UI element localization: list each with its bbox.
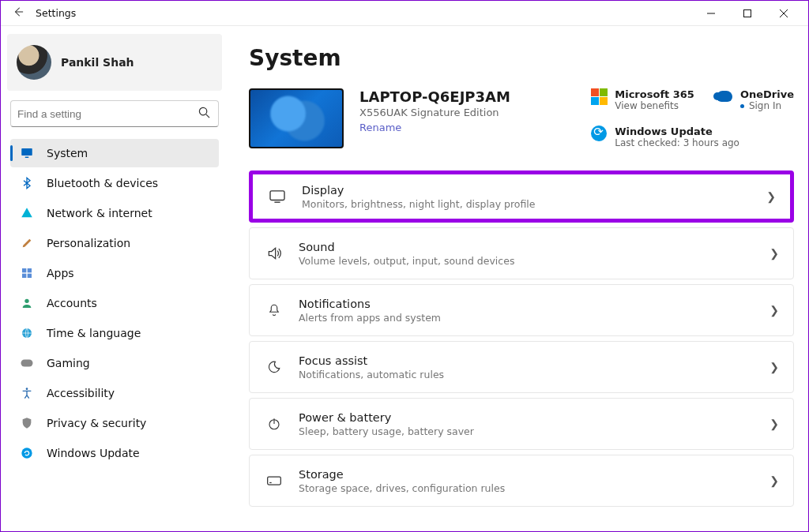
sidebar-item-system[interactable]: System	[10, 139, 219, 167]
main-content: System LAPTOP-Q6EJP3AM X556UAK Signature…	[228, 26, 808, 531]
chevron-right-icon: ❯	[769, 361, 779, 373]
storage-icon	[264, 470, 284, 491]
apps-icon	[18, 264, 36, 282]
svg-rect-10	[22, 274, 26, 278]
profile-name: Pankil Shah	[61, 56, 134, 69]
winupdate-sub: Last checked: 3 hours ago	[615, 137, 739, 148]
svg-rect-11	[28, 274, 32, 278]
sidebar: Pankil Shah SystemBluetooth & devicesNet…	[1, 26, 228, 531]
onedrive-sub[interactable]: Sign In	[740, 100, 794, 111]
setting-focus-assist[interactable]: Focus assistNotifications, automatic rul…	[249, 341, 794, 393]
svg-rect-7	[25, 157, 29, 159]
svg-line-5	[205, 114, 209, 117]
sidebar-item-label: Bluetooth & devices	[47, 177, 158, 189]
svg-rect-14	[21, 360, 33, 367]
sidebar-item-gaming[interactable]: Gaming	[10, 349, 219, 377]
rename-link[interactable]: Rename	[359, 122, 510, 133]
svg-point-15	[26, 388, 28, 390]
setting-subtitle: Storage space, drives, configuration rul…	[299, 482, 505, 494]
close-button[interactable]	[766, 1, 802, 26]
setting-title: Power & battery	[299, 411, 474, 424]
sidebar-item-apps[interactable]: Apps	[10, 259, 219, 287]
svg-point-12	[24, 299, 28, 303]
svg-rect-21	[268, 477, 281, 485]
titlebar: Settings	[1, 1, 808, 26]
setting-sound[interactable]: SoundVolume levels, output, input, sound…	[249, 227, 794, 279]
search-input[interactable]	[17, 108, 196, 120]
sidebar-item-label: Time & language	[47, 327, 141, 339]
setting-power-battery[interactable]: Power & batterySleep, battery usage, bat…	[249, 398, 794, 450]
window-title: Settings	[36, 7, 76, 19]
setting-title: Notifications	[299, 298, 441, 310]
chevron-right-icon: ❯	[769, 247, 779, 260]
sound-icon	[264, 243, 284, 264]
sidebar-item-windows-update[interactable]: Windows Update	[10, 439, 219, 467]
search-icon	[196, 107, 212, 122]
setting-subtitle: Notifications, automatic rules	[299, 369, 444, 380]
chevron-right-icon: ❯	[769, 418, 779, 430]
sidebar-item-label: Accessibility	[47, 387, 115, 399]
setting-subtitle: Monitors, brightness, night light, displ…	[302, 198, 535, 210]
setting-title: Storage	[299, 468, 505, 481]
onedrive-card[interactable]: OneDrive Sign In	[717, 88, 794, 111]
accessibility-icon	[18, 384, 36, 402]
page-title: System	[249, 45, 794, 71]
microsoft-logo-icon	[591, 88, 607, 104]
globe-icon	[18, 324, 36, 342]
monitor-icon	[18, 144, 36, 162]
search-box[interactable]	[10, 100, 219, 127]
setting-title: Focus assist	[299, 354, 444, 367]
device-image	[249, 88, 344, 148]
gamepad-icon	[18, 354, 36, 372]
chevron-right-icon: ❯	[769, 474, 779, 487]
avatar	[17, 45, 51, 80]
device-model: X556UAK Signature Edition	[359, 107, 510, 118]
setting-title: Display	[302, 184, 535, 197]
cloud-icon	[717, 88, 732, 104]
sidebar-item-label: Gaming	[47, 357, 90, 369]
maximize-button[interactable]	[729, 1, 766, 26]
svg-rect-6	[21, 148, 32, 155]
ms365-card[interactable]: Microsoft 365 View benefits	[591, 88, 694, 111]
device-name: LAPTOP-Q6EJP3AM	[359, 88, 510, 105]
power-icon	[264, 414, 284, 434]
sidebar-item-personalization[interactable]: Personalization	[10, 229, 219, 257]
sidebar-item-label: Privacy & security	[47, 417, 146, 429]
sidebar-item-accessibility[interactable]: Accessibility	[10, 379, 219, 407]
sidebar-item-label: Windows Update	[47, 447, 140, 459]
update-icon	[18, 444, 36, 462]
svg-point-16	[21, 448, 32, 458]
sidebar-item-accounts[interactable]: Accounts	[10, 289, 219, 317]
setting-notifications[interactable]: NotificationsAlerts from apps and system…	[249, 284, 794, 336]
ms365-title: Microsoft 365	[615, 88, 694, 100]
svg-rect-1	[744, 9, 751, 17]
person-icon	[18, 294, 36, 312]
sidebar-item-bluetooth-devices[interactable]: Bluetooth & devices	[10, 169, 219, 197]
ms365-sub: View benefits	[615, 100, 694, 111]
wifi-icon	[18, 204, 36, 222]
profile-card[interactable]: Pankil Shah	[7, 34, 222, 91]
bell-icon	[264, 300, 284, 320]
sidebar-item-time-language[interactable]: Time & language	[10, 319, 219, 347]
setting-subtitle: Sleep, battery usage, battery saver	[299, 425, 474, 437]
windows-update-card[interactable]: Windows Update Last checked: 3 hours ago	[591, 126, 739, 148]
sidebar-item-label: Personalization	[47, 237, 130, 249]
setting-storage[interactable]: StorageStorage space, drives, configurat…	[249, 455, 794, 507]
sidebar-item-label: System	[47, 147, 88, 159]
brush-icon	[18, 234, 36, 252]
sidebar-item-privacy-security[interactable]: Privacy & security	[10, 409, 219, 437]
back-button[interactable]	[7, 6, 29, 21]
sidebar-item-label: Accounts	[47, 297, 97, 309]
sidebar-item-network-internet[interactable]: Network & internet	[10, 199, 219, 227]
chevron-right-icon: ❯	[766, 190, 776, 203]
setting-subtitle: Volume levels, output, input, sound devi…	[299, 255, 514, 267]
bluetooth-icon	[18, 174, 36, 192]
svg-rect-8	[22, 268, 26, 272]
winupdate-title: Windows Update	[615, 126, 739, 137]
setting-display[interactable]: DisplayMonitors, brightness, night light…	[249, 170, 794, 223]
onedrive-title: OneDrive	[740, 88, 794, 100]
svg-rect-9	[28, 268, 32, 272]
moon-icon	[264, 357, 284, 377]
chevron-right-icon: ❯	[769, 304, 779, 317]
minimize-button[interactable]	[693, 1, 729, 26]
